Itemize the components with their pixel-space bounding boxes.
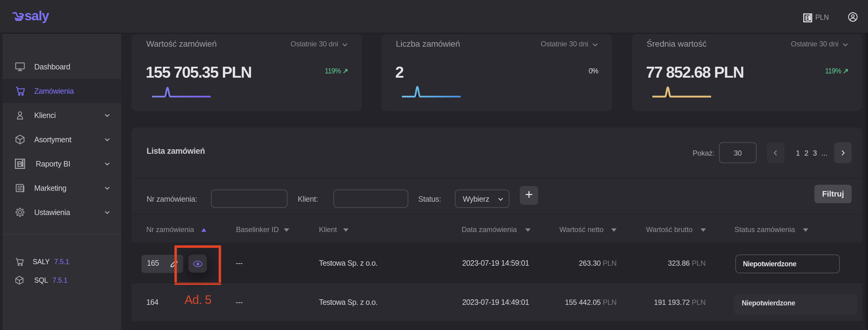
svg-text:B: B bbox=[17, 160, 23, 169]
svg-text:B: B bbox=[805, 14, 810, 22]
